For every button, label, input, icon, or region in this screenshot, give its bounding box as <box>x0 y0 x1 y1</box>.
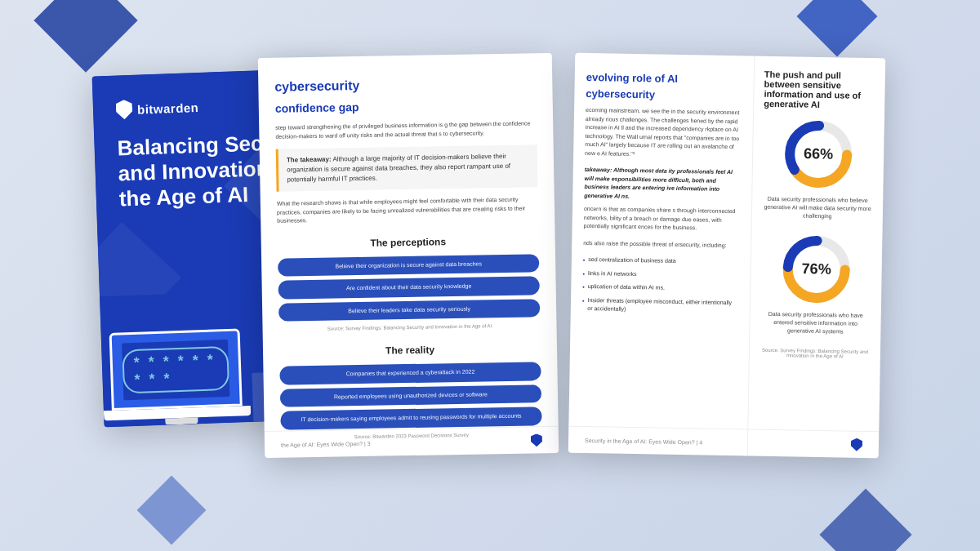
bar-perceptions-2: Are confident about their data security … <box>278 276 540 299</box>
page3-content: evolving role of AI cybersecurity ecomin… <box>568 52 885 458</box>
page-middle: cybersecurity confidence gap step toward… <box>258 52 559 457</box>
bullet-dot-2: • <box>582 269 585 278</box>
page2-subheader: confidence gap <box>275 96 537 118</box>
page3-right-title: The push and pull between sensitive info… <box>764 69 875 109</box>
page3-left-col: evolving role of AI cybersecurity ecomin… <box>568 52 755 455</box>
laptop-illustration: * * * * * * * * * <box>109 328 252 427</box>
bitwarden-logo-text: bitwarden <box>137 100 199 116</box>
cover-diamond-bg2 <box>92 221 181 296</box>
donut1-container: 66% Data security professionals who beli… <box>762 116 875 220</box>
takeaway-label: The takeaway: <box>287 155 332 163</box>
bullet-text-1: sed centralization of business data <box>588 256 676 265</box>
donut1-label: 66% <box>804 145 833 163</box>
bullet-text-2: links in AI networks <box>588 269 637 278</box>
footer-shield-icon <box>531 433 542 447</box>
page3-right-col: The push and pull between sensitive info… <box>748 56 886 458</box>
logo-warden: warden <box>154 100 199 115</box>
bullet-4: • Insider threats (employee misconduct, … <box>582 295 738 315</box>
bar-perceptions-1: Believe their organization is secure aga… <box>278 253 539 276</box>
page2-header: cybersecurity <box>274 73 536 97</box>
bar-reality-3: IT decision-makers saying employees admi… <box>280 407 541 429</box>
bullet-dot-3: • <box>582 282 585 291</box>
page3-section-title: evolving role of AI cybersecurity <box>586 69 742 103</box>
page3-italic-takeaway: takeaway: Although most data ity profess… <box>584 165 741 202</box>
donut1-chart: 66% <box>781 117 856 192</box>
bullet-dot-1: • <box>583 256 586 264</box>
bar-perceptions-3: Believe their leaders take data security… <box>278 298 540 321</box>
page2-takeaway: The takeaway: Although a large majority … <box>276 144 538 192</box>
donut2-label: 76% <box>802 260 831 278</box>
donut2-desc: Data security professionals who have ent… <box>760 310 871 336</box>
page3-footer-text: Security in the Age of AI: Eyes Wide Ope… <box>585 437 702 445</box>
page2-footer-text: the Age of AI: Eyes Wide Open? | 3 <box>281 440 371 447</box>
password-field: * * * * * * * * * <box>122 345 229 393</box>
page-right: evolving role of AI cybersecurity ecomin… <box>568 52 885 458</box>
bullet-1: • sed centralization of business data <box>583 255 739 267</box>
bitwarden-logo-shield <box>116 99 133 119</box>
page3-body1: ecoming mainstream, we see the in the se… <box>585 105 742 159</box>
bullet-text-3: uplication of data within AI ms. <box>588 282 665 292</box>
bullet-3: • uplication of data within AI ms. <box>582 282 738 294</box>
scene: bitwarden Balancing Security and Innovat… <box>0 0 980 551</box>
laptop-screen-inner: * * * * * * * * * <box>122 339 229 399</box>
donut2-container: 76% Data security professionals who have… <box>760 232 872 336</box>
bar-reality-2: Reported employees using unauthorized de… <box>280 384 541 407</box>
pages-container: bitwarden Balancing Security and Innovat… <box>98 47 882 504</box>
page3-subtitle-span: cybersecurity <box>586 87 655 100</box>
page2-body-text: step toward strengthening the of privile… <box>275 119 537 141</box>
page3-also-text: nds also raise the possible threat of er… <box>583 238 739 250</box>
bullet-2: • links in AI networks <box>582 269 738 281</box>
page2-footer: the Age of AI: Eyes Wide Open? | 3 <box>265 425 559 457</box>
donut2-chart: 76% <box>779 232 854 307</box>
laptop-stand <box>165 417 198 424</box>
page3-footer-shield-icon <box>851 438 862 451</box>
page-middle-body: cybersecurity confidence gap step toward… <box>258 52 559 457</box>
bullet-dot-4: • <box>582 296 585 305</box>
bullet-text-4: Insider threats (employee misconduct, ei… <box>587 295 738 315</box>
page2-takeaway-sub: What the research shows is that while em… <box>277 195 539 225</box>
bar-reality-1: Companies that experienced a cyberattack… <box>279 362 541 384</box>
page3-source: Source: Survey Findings: Balancing Secur… <box>760 347 871 358</box>
page3-title-span: evolving role of AI <box>586 70 678 84</box>
logo-bit: bit <box>137 101 154 116</box>
donut1-desc: Data security professionals who believe … <box>762 194 873 220</box>
laptop-screen: * * * * * * * * * <box>109 328 243 411</box>
page2-reality-title: The reality <box>279 340 541 360</box>
page3-footer: Security in the Age of AI: Eyes Wide Ope… <box>568 425 880 458</box>
page3-concern-text: oncern is that as companies share s thro… <box>584 204 741 233</box>
page2-perceptions-title: The perceptions <box>278 232 539 251</box>
page2-source-perceptions: Source: Survey Findings: Balancing Secur… <box>278 322 540 334</box>
